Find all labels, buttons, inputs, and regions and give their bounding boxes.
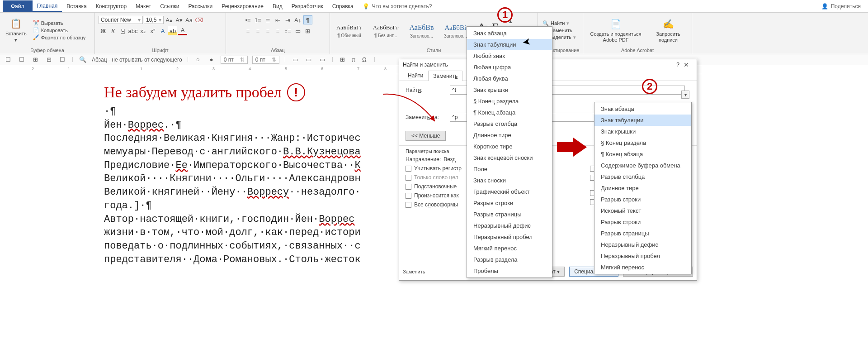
opt-btn-5[interactable]: ☐ bbox=[58, 55, 67, 64]
format-painter-button[interactable]: 🖌️Формат по образцу bbox=[31, 34, 88, 41]
special-menu-item[interactable]: Знак сноски bbox=[467, 175, 552, 186]
special-menu-item[interactable]: Разрыв раздела bbox=[467, 254, 552, 265]
close-button[interactable]: ✕ bbox=[679, 61, 693, 68]
find-button[interactable]: 🔍Найти▾ bbox=[541, 20, 578, 27]
tab-help[interactable]: Справка bbox=[328, 1, 358, 11]
tab-review[interactable]: Рецензирование bbox=[217, 1, 268, 11]
special-menu-item[interactable]: Графический объект bbox=[467, 186, 552, 197]
multilevel-button[interactable]: ≣ bbox=[264, 15, 273, 24]
special-menu-item[interactable]: Искомый текст bbox=[594, 205, 691, 216]
opt-c[interactable]: ▭ bbox=[318, 55, 327, 64]
bullets-button[interactable]: •≡ bbox=[244, 15, 253, 24]
shrink-font-button[interactable]: A▾ bbox=[175, 15, 184, 24]
change-case-button[interactable]: Aa bbox=[184, 15, 193, 24]
dlg-tab-replace[interactable]: Заменить bbox=[428, 71, 462, 81]
special-menu-item[interactable]: Неразрывный дефис bbox=[594, 239, 691, 250]
clear-format-button[interactable]: ⌫ bbox=[194, 15, 203, 24]
numbering-button[interactable]: 1≡ bbox=[254, 15, 263, 24]
special-menu-item[interactable]: Пробелы bbox=[467, 265, 552, 277]
superscript-button[interactable]: x² bbox=[148, 26, 157, 35]
special-menu-item[interactable]: Знак концевой сноски bbox=[467, 152, 552, 163]
shading-button[interactable]: ▭ bbox=[293, 26, 302, 35]
special-menu-item[interactable]: Короткое тире bbox=[467, 141, 552, 152]
indent-left-spin[interactable]: 0 пт⇅ bbox=[221, 56, 248, 64]
special-menu-item[interactable]: Содержимое буфера обмена bbox=[594, 160, 691, 171]
style-heading1[interactable]: АаБбВвЗаголово... bbox=[406, 22, 437, 38]
special-menu-item[interactable]: Разрыв страницы bbox=[594, 228, 691, 239]
special-menu-item[interactable]: § Конец раздела bbox=[467, 96, 552, 107]
paste-button[interactable]: 📋 Вставить ▾ bbox=[3, 16, 29, 44]
tab-design[interactable]: Конструктор bbox=[91, 1, 131, 11]
reveal-formatting-button[interactable]: 🔍 bbox=[78, 55, 87, 64]
special-menu-item[interactable]: ¶ Конец абзаца bbox=[467, 107, 552, 118]
special-menu-item[interactable]: Неразрывный пробел bbox=[467, 231, 552, 243]
special-menu-item[interactable]: ¶ Конец абзаца bbox=[594, 148, 691, 160]
indent-right-spin[interactable]: 0 пт⇅ bbox=[252, 56, 279, 64]
special-menu-item[interactable]: Мягкий перенос bbox=[594, 262, 691, 273]
strike-button[interactable]: abc bbox=[128, 26, 137, 35]
special-menu-item[interactable]: Разрыв строки bbox=[467, 197, 552, 209]
align-left-button[interactable]: ≡ bbox=[244, 26, 253, 35]
special-menu-item[interactable]: Разрыв страницы bbox=[467, 209, 552, 220]
help-button[interactable]: ? bbox=[676, 62, 679, 68]
special-menu-item[interactable]: Разрыв строки bbox=[594, 194, 691, 205]
show-marks-button[interactable]: ¶ bbox=[303, 15, 312, 24]
opt-btn-4[interactable]: ⊞ bbox=[44, 55, 53, 64]
special-menu-item[interactable]: Мягкий перенос bbox=[467, 243, 552, 254]
increase-indent-button[interactable]: ⇥ bbox=[283, 15, 292, 24]
special-menu-item[interactable]: Разрыв строки bbox=[594, 216, 691, 228]
special-menu-item[interactable]: Знак абзаца bbox=[594, 103, 691, 115]
opt-btn-1[interactable]: ☐ bbox=[4, 55, 13, 64]
cut-button[interactable]: ✂️Вырезать bbox=[31, 19, 88, 26]
font-size-combo[interactable]: 10,5▾ bbox=[144, 16, 164, 24]
special-menu-item[interactable]: Длинное тире bbox=[594, 182, 691, 194]
justify-button[interactable]: ≡ bbox=[274, 26, 283, 35]
acrobat-sign-button[interactable]: ✍️ Запросить подписи bbox=[647, 17, 689, 43]
special-menu-item[interactable]: Знак крышки bbox=[467, 84, 552, 96]
special-menu-item[interactable]: Знак абзаца bbox=[467, 28, 552, 39]
align-center-button[interactable]: ≡ bbox=[254, 26, 263, 35]
tell-me[interactable]: 💡 Что вы хотите сделать? bbox=[363, 3, 432, 10]
style-normal[interactable]: АаБбВвГг¶ Обычный bbox=[333, 22, 366, 38]
italic-button[interactable]: К bbox=[108, 26, 118, 35]
tab-mailings[interactable]: Рассылки bbox=[184, 1, 217, 11]
special-menu-item[interactable]: Разрыв столбца bbox=[594, 171, 691, 182]
style-heading2[interactable]: АаБбВіЗаголово... bbox=[441, 22, 470, 38]
special-menu-item[interactable]: Неразрывный пробел bbox=[594, 250, 691, 262]
underline-button[interactable]: Ч bbox=[118, 26, 127, 35]
opt-radio-2[interactable]: ● bbox=[207, 55, 216, 64]
tab-developer[interactable]: Разработчик bbox=[287, 1, 328, 11]
sort-button[interactable]: A↓ bbox=[293, 15, 302, 24]
opt-a[interactable]: ▭ bbox=[291, 55, 300, 64]
tab-layout[interactable]: Макет bbox=[131, 1, 156, 11]
opt-d[interactable]: ⊞ bbox=[338, 55, 347, 64]
tab-home[interactable]: Главная bbox=[33, 1, 62, 12]
pi-icon[interactable]: π bbox=[352, 56, 355, 64]
special-menu-item[interactable]: § Конец раздела bbox=[594, 137, 691, 148]
highlight-button[interactable]: ab bbox=[168, 26, 177, 35]
opt-omega[interactable]: Ω bbox=[360, 55, 369, 64]
chk-forms[interactable]: Все словоформы bbox=[406, 200, 463, 209]
special-menu-item[interactable]: Любая буква bbox=[467, 73, 552, 84]
bold-button[interactable]: Ж bbox=[99, 26, 108, 35]
grow-font-button[interactable]: A▴ bbox=[165, 15, 174, 24]
tab-file[interactable]: Файл bbox=[3, 0, 33, 12]
special-menu-item[interactable]: Знак табуляции bbox=[594, 115, 691, 126]
share-button[interactable]: 👤 Поделиться bbox=[821, 3, 861, 10]
style-nospacing[interactable]: АаБбВвГг¶ Без инт... bbox=[369, 22, 402, 38]
copy-button[interactable]: 📄Копировать bbox=[31, 27, 88, 33]
dlg-tab-find[interactable]: Найти bbox=[403, 70, 428, 81]
special-menu-item[interactable]: Любой знак bbox=[467, 50, 552, 62]
special-menu-item[interactable]: Разрыв столбца bbox=[467, 118, 552, 129]
special-menu-item[interactable]: Любая цифра bbox=[467, 62, 552, 73]
opt-btn-3[interactable]: ⊞ bbox=[31, 55, 40, 64]
direction-combo[interactable]: Везд bbox=[443, 156, 463, 163]
special-menu-item[interactable]: Знак табуляции bbox=[467, 39, 552, 50]
borders-button[interactable]: ⊞ bbox=[303, 26, 312, 35]
special-menu-item[interactable]: Поле bbox=[467, 163, 552, 175]
tab-view[interactable]: Вид bbox=[268, 1, 287, 11]
opt-radio-1[interactable]: ○ bbox=[193, 55, 203, 64]
subscript-button[interactable]: x₂ bbox=[138, 26, 147, 35]
text-effects-button[interactable]: A bbox=[158, 26, 167, 35]
special-menu-item[interactable]: Неразрывный дефис bbox=[467, 220, 552, 231]
